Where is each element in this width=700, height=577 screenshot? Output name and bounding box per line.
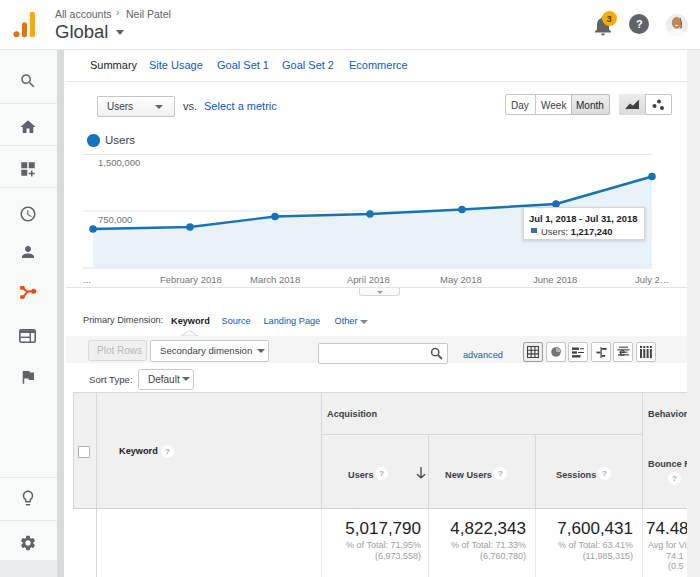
svg-text:e: e (619, 347, 625, 358)
